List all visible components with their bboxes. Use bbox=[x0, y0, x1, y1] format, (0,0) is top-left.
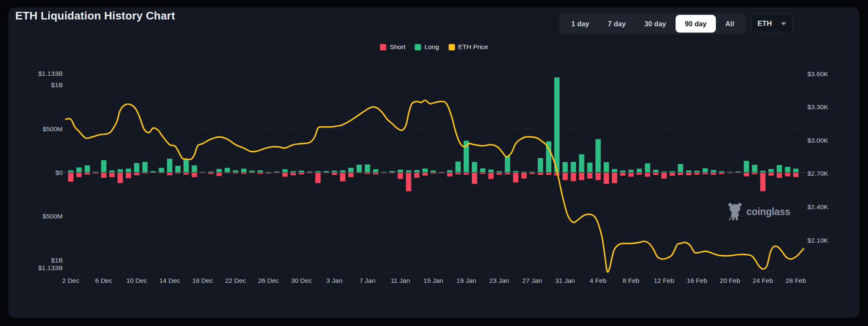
page: { "header": { "title": "ETH Liquidation … bbox=[0, 0, 868, 326]
bar-long bbox=[365, 164, 370, 172]
bar-long bbox=[538, 158, 543, 172]
bar-short bbox=[192, 172, 197, 177]
bar-short bbox=[315, 172, 321, 183]
svg-text:14 Dec: 14 Dec bbox=[159, 277, 180, 284]
bar-short bbox=[785, 172, 790, 176]
bar-short bbox=[653, 172, 659, 175]
svg-text:22 Dec: 22 Dec bbox=[225, 277, 246, 284]
bar-short bbox=[464, 172, 469, 174]
svg-text:4 Feb: 4 Feb bbox=[590, 277, 606, 284]
svg-text:8 Feb: 8 Feb bbox=[623, 277, 640, 284]
bar-long bbox=[612, 169, 618, 172]
bar-short bbox=[76, 172, 82, 177]
bar-short bbox=[497, 172, 502, 174]
bar-long bbox=[414, 170, 420, 173]
svg-text:23 Jan: 23 Jan bbox=[490, 277, 509, 284]
svg-text:$1B: $1B bbox=[51, 81, 63, 88]
bar-long bbox=[637, 169, 642, 173]
bar-long bbox=[159, 168, 164, 172]
bar-long bbox=[703, 168, 708, 172]
bar-short bbox=[291, 172, 296, 175]
bar-short bbox=[332, 172, 337, 175]
bar-long bbox=[447, 170, 453, 172]
bar-short bbox=[167, 172, 172, 175]
bar-long bbox=[472, 162, 477, 173]
bar-short bbox=[101, 172, 107, 177]
bar-short bbox=[760, 172, 766, 191]
bar-short bbox=[109, 172, 115, 177]
watermark-text: coinglass bbox=[746, 206, 790, 218]
svg-text:27 Jan: 27 Jan bbox=[522, 277, 542, 284]
bar-long bbox=[562, 162, 568, 172]
bar-short bbox=[670, 172, 675, 175]
bar-long bbox=[571, 162, 576, 172]
bar-long bbox=[505, 156, 510, 172]
bar-short bbox=[793, 172, 798, 177]
bar-long bbox=[117, 169, 123, 173]
bar-long bbox=[744, 161, 749, 173]
bar-short bbox=[686, 172, 692, 175]
bar-long bbox=[184, 160, 189, 172]
svg-text:12 Feb: 12 Feb bbox=[654, 277, 674, 284]
bar-long bbox=[282, 169, 288, 173]
bar-long bbox=[241, 169, 247, 172]
bar-short bbox=[423, 172, 428, 175]
bar-long bbox=[455, 162, 461, 173]
bar-short bbox=[777, 172, 782, 178]
svg-text:$2.40K: $2.40K bbox=[807, 203, 829, 210]
svg-text:30 Dec: 30 Dec bbox=[291, 277, 312, 284]
bar-long bbox=[785, 167, 790, 172]
bar-short bbox=[68, 172, 74, 182]
svg-text:31 Jan: 31 Jan bbox=[555, 277, 575, 284]
bar-short bbox=[768, 172, 774, 175]
bar-short bbox=[398, 172, 403, 179]
bar-short bbox=[126, 172, 131, 178]
bar-short bbox=[538, 172, 543, 174]
bar-short bbox=[217, 172, 222, 176]
bar-long bbox=[76, 168, 82, 173]
bar-long bbox=[225, 168, 230, 172]
short-bars bbox=[68, 172, 798, 191]
bar-long bbox=[356, 165, 362, 172]
svg-text:$3.30K: $3.30K bbox=[807, 103, 829, 111]
coinglass-bull-icon bbox=[727, 202, 743, 221]
bar-short bbox=[661, 172, 667, 178]
bar-long bbox=[604, 162, 609, 172]
bar-short bbox=[117, 172, 123, 183]
bar-short bbox=[348, 172, 354, 177]
bar-long bbox=[85, 166, 90, 173]
bar-short bbox=[579, 172, 584, 180]
bar-short bbox=[513, 172, 519, 182]
bar-long bbox=[587, 163, 593, 172]
bar-long bbox=[711, 170, 716, 173]
svg-text:18 Dec: 18 Dec bbox=[192, 277, 213, 284]
bar-short bbox=[587, 172, 593, 178]
bar-short bbox=[645, 172, 651, 177]
bar-short bbox=[282, 172, 288, 177]
bar-short bbox=[604, 172, 609, 184]
bar-short bbox=[488, 172, 494, 179]
right-axis-labels: $3.60K$3.30K$3.00K$2.70K$2.40K$2.10K bbox=[807, 70, 829, 244]
svg-text:$1B: $1B bbox=[51, 257, 63, 264]
liquidation-history-chart-plot[interactable]: $1.133B$1B$500M$0$500M$1B$1.133B$3.60K$3… bbox=[0, 0, 868, 326]
bar-short bbox=[694, 172, 700, 174]
bar-long bbox=[134, 163, 139, 172]
svg-text:26 Dec: 26 Dec bbox=[258, 277, 279, 284]
bar-short bbox=[134, 172, 139, 175]
coinglass-watermark: coinglass bbox=[727, 202, 790, 221]
bar-long bbox=[488, 170, 494, 173]
bar-short bbox=[637, 172, 642, 174]
svg-text:24 Feb: 24 Feb bbox=[753, 277, 773, 284]
bar-short bbox=[711, 172, 716, 174]
bar-long bbox=[752, 165, 757, 172]
svg-text:$500M: $500M bbox=[43, 125, 63, 133]
bar-long bbox=[554, 77, 560, 173]
bar-long bbox=[645, 163, 651, 173]
bar-short bbox=[629, 172, 634, 177]
svg-text:10 Dec: 10 Dec bbox=[126, 277, 147, 284]
x-axis-labels: 2 Dec6 Dec10 Dec14 Dec18 Dec22 Dec26 Dec… bbox=[62, 277, 806, 284]
eth-price-line bbox=[66, 100, 804, 272]
bar-long bbox=[373, 169, 378, 173]
svg-text:7 Jan: 7 Jan bbox=[359, 277, 376, 284]
bar-long bbox=[126, 169, 131, 172]
